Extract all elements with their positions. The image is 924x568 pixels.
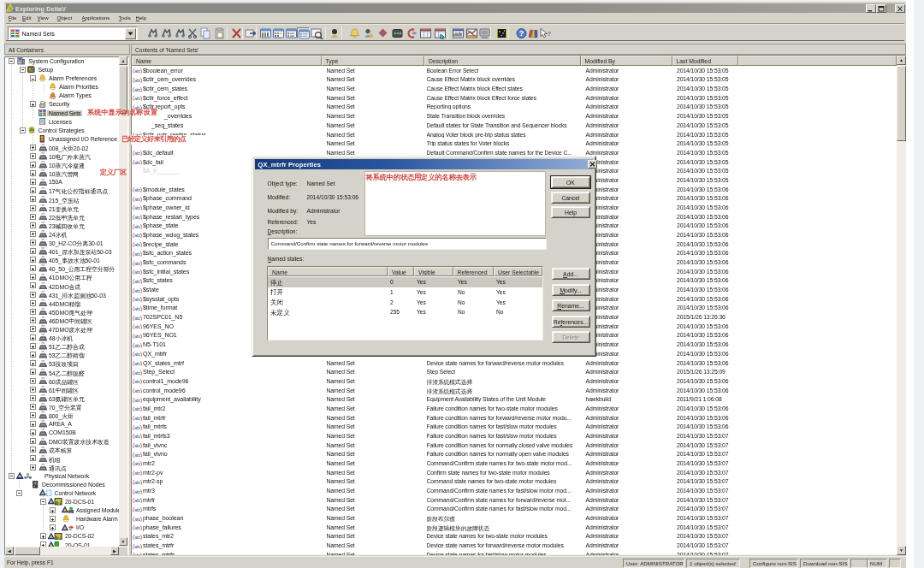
svg-text:): ) bbox=[140, 223, 142, 229]
svg-text:): ) bbox=[140, 516, 142, 522]
svg-text:?: ? bbox=[57, 500, 60, 506]
svg-text:): ) bbox=[140, 333, 142, 339]
svg-text:): ) bbox=[140, 159, 142, 165]
svg-text:): ) bbox=[140, 86, 142, 92]
svg-text:): ) bbox=[140, 278, 142, 284]
svg-text:): ) bbox=[140, 77, 142, 83]
svg-text:): ) bbox=[140, 351, 142, 357]
svg-text:): ) bbox=[140, 497, 142, 503]
svg-text:): ) bbox=[140, 214, 142, 220]
svg-text:): ) bbox=[140, 543, 142, 549]
svg-text:): ) bbox=[140, 232, 142, 238]
svg-text:): ) bbox=[140, 506, 142, 512]
svg-text:): ) bbox=[140, 460, 142, 466]
svg-text:): ) bbox=[140, 296, 142, 302]
svg-text:): ) bbox=[140, 196, 142, 202]
svg-text:): ) bbox=[140, 315, 142, 321]
svg-text:): ) bbox=[140, 397, 142, 403]
svg-text:): ) bbox=[140, 95, 142, 101]
svg-text:): ) bbox=[140, 186, 142, 192]
svg-text:): ) bbox=[140, 552, 142, 555]
svg-text:): ) bbox=[140, 360, 142, 366]
svg-text:): ) bbox=[140, 251, 142, 257]
svg-text:): ) bbox=[140, 488, 142, 494]
svg-text:): ) bbox=[140, 269, 142, 275]
svg-text:): ) bbox=[140, 305, 142, 311]
svg-text:?: ? bbox=[519, 29, 524, 38]
svg-text:): ) bbox=[140, 415, 142, 421]
svg-text:): ) bbox=[140, 204, 142, 210]
svg-text:): ) bbox=[140, 323, 142, 329]
svg-text:): ) bbox=[140, 287, 142, 293]
svg-text:): ) bbox=[140, 534, 142, 540]
svg-text:): ) bbox=[140, 241, 142, 247]
svg-text:): ) bbox=[140, 150, 142, 156]
svg-text:): ) bbox=[140, 470, 142, 476]
svg-text:): ) bbox=[140, 479, 142, 485]
svg-text:): ) bbox=[140, 524, 142, 530]
svg-text:): ) bbox=[140, 370, 142, 376]
svg-text:): ) bbox=[140, 388, 142, 393]
svg-text:): ) bbox=[140, 452, 142, 458]
svg-text:): ) bbox=[140, 405, 142, 411]
svg-text:): ) bbox=[140, 433, 142, 439]
svg-text:): ) bbox=[140, 68, 142, 74]
svg-text:): ) bbox=[140, 342, 142, 348]
svg-text:?: ? bbox=[548, 30, 552, 38]
svg-text:): ) bbox=[140, 260, 142, 266]
svg-text:): ) bbox=[140, 424, 142, 430]
svg-text:): ) bbox=[140, 378, 142, 384]
svg-text:): ) bbox=[140, 442, 142, 448]
svg-text:?: ? bbox=[57, 535, 60, 540]
